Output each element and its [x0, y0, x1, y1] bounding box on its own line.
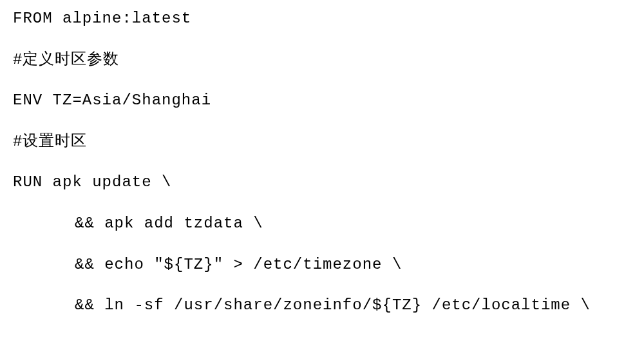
- dockerfile-ln-line: && ln -sf /usr/share/zoneinfo/${TZ} /etc…: [13, 294, 631, 316]
- dockerfile-comment-tz-param: #定义时区参数: [13, 49, 631, 71]
- dockerfile-from-line: FROM alpine:latest: [13, 8, 631, 30]
- dockerfile-comment-set-tz: #设置时区: [13, 131, 631, 153]
- dockerfile-run-line: RUN apk update \: [13, 171, 631, 193]
- dockerfile-echo-line: && echo "${TZ}" > /etc/timezone \: [13, 254, 631, 276]
- dockerfile-apk-add-line: && apk add tzdata \: [13, 213, 631, 235]
- dockerfile-env-line: ENV TZ=Asia/Shanghai: [13, 90, 631, 111]
